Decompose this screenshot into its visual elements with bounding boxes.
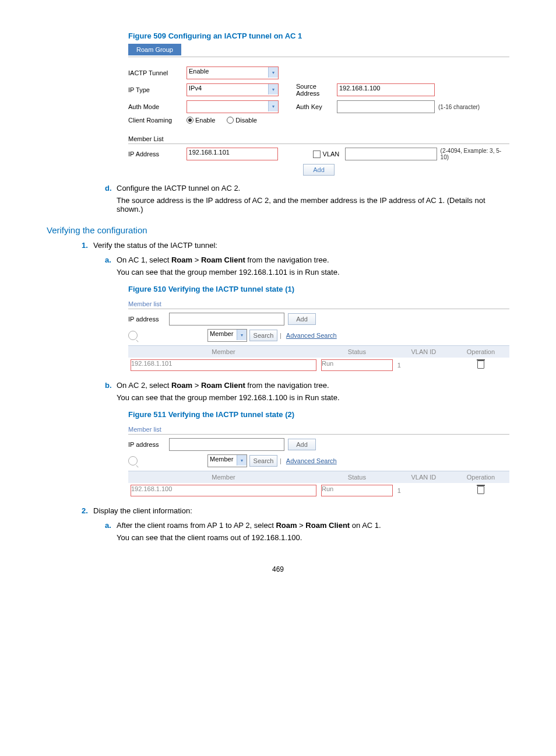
ip-address-input[interactable] (169, 313, 284, 326)
step-2-text: Display the client information: (93, 506, 509, 515)
step-d-marker: d. (105, 184, 117, 214)
step-2-marker: 2. (82, 506, 93, 515)
ip-address-label: IP Address (128, 150, 186, 158)
client-roaming-enable-radio[interactable] (186, 117, 193, 124)
row-vlan: 1 (395, 483, 452, 498)
step-d-line1: Configure the IACTP tunnel on AC 2. (117, 184, 509, 192)
step-1a-line1: On AC 1, select Roam > Roam Client from … (117, 256, 509, 264)
member-filter-select[interactable]: Member ▾ (207, 454, 247, 467)
ip-type-select[interactable]: IPv4 ▾ (186, 83, 279, 96)
ip-address-label: IP address (128, 441, 169, 448)
iactp-tunnel-label: IACTP Tunnel (128, 69, 186, 76)
divider (128, 144, 509, 144)
row-status: Run (321, 359, 393, 371)
ip-address-input[interactable] (169, 438, 284, 451)
client-roaming-enable-text: Enable (195, 117, 215, 124)
member-list-panel-2: Member list IP address Add Member ▾ Sear… (128, 426, 509, 498)
step-1b-marker: b. (105, 381, 117, 402)
table-row: 192.168.1.101 Run 1 (128, 358, 509, 373)
ip-address-input[interactable]: 192.168.1.101 (186, 148, 278, 160)
member-filter-select[interactable]: Member ▾ (207, 329, 247, 342)
th-member: Member (128, 346, 319, 358)
client-roaming-disable-radio[interactable] (227, 117, 234, 124)
step-d-body: Configure the IACTP tunnel on AC 2. The … (117, 184, 509, 214)
client-roaming-disable-text: Disable (235, 117, 257, 124)
page-number: 469 (47, 565, 509, 573)
table-row: 192.168.1.100 Run 1 (128, 483, 509, 498)
auth-mode-select[interactable]: ▾ (186, 100, 279, 113)
step-1b-line1: On AC 2, select Roam > Roam Client from … (117, 381, 509, 390)
vlan-input[interactable] (345, 148, 437, 160)
step-2a-line2: You can see that the client roams out of… (117, 533, 509, 542)
chevron-down-icon: ▾ (237, 330, 247, 340)
advanced-search-link[interactable]: Advanced Search (286, 457, 337, 464)
step-1-text: Verify the status of the IACTP tunnel: (93, 241, 509, 250)
divider (128, 434, 509, 435)
th-vlan: VLAN ID (395, 346, 452, 358)
figure-511-caption: Figure 511 Verifying the IACTP tunnel st… (128, 410, 509, 419)
add-button[interactable]: Add (288, 439, 316, 450)
iactp-tunnel-select[interactable]: Enable ▾ (186, 66, 279, 79)
search-button[interactable]: Search (249, 455, 277, 467)
member-table: Member Status VLAN ID Operation 192.168.… (128, 471, 509, 498)
search-button[interactable]: Search (249, 330, 277, 341)
client-roaming-label: Client Roaming (128, 117, 186, 124)
verifying-configuration-heading: Verifying the configuration (47, 225, 509, 235)
chevron-down-icon: ▾ (237, 455, 247, 466)
vlan-label: VLAN (323, 150, 340, 158)
ip-type-value: IPv4 (189, 85, 202, 92)
row-member: 192.168.1.101 (131, 359, 316, 371)
auth-mode-label: Auth Mode (128, 103, 186, 110)
ip-type-label: IP Type (128, 86, 186, 93)
member-list-label: Member List (128, 135, 509, 142)
source-address-input[interactable]: 192.168.1.100 (337, 83, 435, 96)
vlan-hint: (2-4094, Example: 3, 5-10) (441, 148, 509, 160)
chevron-down-icon: ▾ (268, 67, 278, 78)
auth-key-label: Auth Key (296, 103, 337, 110)
add-button[interactable]: Add (288, 313, 316, 325)
trash-icon[interactable] (477, 360, 484, 369)
th-status: Status (319, 471, 395, 484)
chevron-down-icon: ▾ (268, 84, 278, 94)
source-address-label: Source Address (296, 83, 337, 97)
member-list-panel-1: Member list IP address Add Member ▾ Sear… (128, 300, 509, 373)
divider (128, 309, 509, 309)
step-2a-marker: a. (105, 521, 117, 542)
figure-510-caption: Figure 510 Verifying the IACTP tunnel st… (128, 285, 509, 293)
auth-key-input[interactable] (337, 100, 435, 113)
vlan-checkbox[interactable] (313, 150, 321, 158)
member-table: Member Status VLAN ID Operation 192.168.… (128, 345, 509, 373)
search-icon (128, 331, 138, 340)
roam-group-panel: Roam Group IACTP Tunnel Enable ▾ IP Type… (128, 44, 509, 176)
step-2a-line1: After the client roams from AP 1 to AP 2… (117, 521, 509, 530)
iactp-tunnel-value: Enable (189, 68, 209, 75)
th-operation: Operation (452, 346, 509, 358)
row-vlan: 1 (395, 358, 452, 373)
th-member: Member (128, 471, 319, 484)
search-icon (128, 456, 138, 466)
trash-icon[interactable] (477, 486, 484, 494)
chevron-down-icon: ▾ (268, 101, 278, 111)
member-list-title: Member list (128, 300, 509, 307)
step-d-line2: The source address is the IP address of … (117, 196, 509, 214)
th-status: Status (319, 346, 395, 358)
step-1a-marker: a. (105, 256, 117, 276)
source-address-value: 192.168.1.100 (339, 85, 380, 92)
divider (128, 57, 509, 57)
member-list-title: Member list (128, 426, 509, 433)
advanced-search-link[interactable]: Advanced Search (286, 332, 337, 339)
step-1a-line2: You can see that the group member 192.16… (117, 268, 509, 276)
auth-key-hint: (1-16 character) (438, 104, 480, 110)
roam-group-tab[interactable]: Roam Group (128, 44, 181, 55)
ip-address-label: IP address (128, 316, 169, 323)
row-member: 192.168.1.100 (131, 485, 316, 496)
row-status: Run (321, 485, 393, 496)
th-operation: Operation (452, 471, 509, 484)
add-button[interactable]: Add (303, 164, 335, 176)
step-1b-line2: You can see that the group member 192.16… (117, 393, 509, 402)
figure-509-caption: Figure 509 Configuring an IACTP tunnel o… (128, 32, 509, 40)
step-1-marker: 1. (82, 241, 93, 250)
th-vlan: VLAN ID (395, 471, 452, 484)
ip-address-value: 192.168.1.101 (189, 149, 230, 156)
